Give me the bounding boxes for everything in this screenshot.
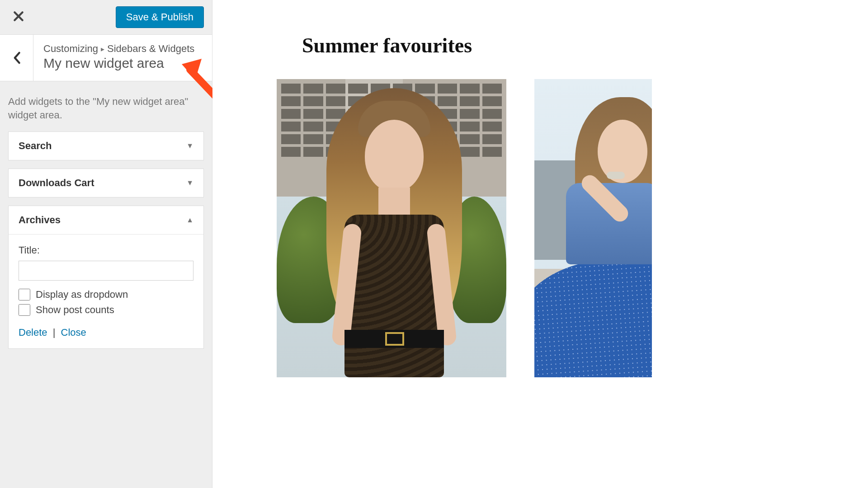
sidebar-top-bar: Save & Publish [0, 0, 212, 35]
gallery-image-1 [277, 79, 506, 377]
widget-list: Search ▼ Downloads Cart ▼ Archives ▲ Tit… [0, 131, 212, 357]
widget-actions: Delete | Close [19, 327, 193, 338]
close-customizer-button[interactable] [8, 7, 29, 28]
widget-search: Search ▼ [8, 131, 204, 160]
close-widget-link[interactable]: Close [61, 327, 86, 338]
display-as-dropdown-checkbox[interactable] [19, 289, 30, 300]
chevron-left-icon [13, 52, 21, 64]
show-post-counts-row[interactable]: Show post counts [19, 304, 193, 316]
breadcrumb-root: Customizing [43, 43, 98, 55]
widget-archives: Archives ▲ Title: Display as dropdown Sh… [8, 206, 204, 349]
widget-label: Downloads Cart [19, 177, 94, 189]
display-as-dropdown-row[interactable]: Display as dropdown [19, 289, 193, 300]
caret-down-icon: ▼ [186, 179, 193, 187]
gallery-image-2 [534, 79, 652, 377]
widget-head-archives[interactable]: Archives ▲ [9, 206, 203, 234]
widget-head-search[interactable]: Search ▼ [9, 132, 203, 160]
widget-label: Search [19, 140, 52, 152]
site-preview: Summer favourites [212, 0, 868, 488]
caret-down-icon: ▼ [186, 142, 193, 150]
widget-body-archives: Title: Display as dropdown Show post cou… [9, 234, 203, 348]
archives-title-input[interactable] [19, 261, 193, 281]
checkbox-label: Display as dropdown [36, 289, 128, 300]
close-icon [13, 10, 24, 22]
breadcrumb-section: Sidebars & Widgets [107, 43, 194, 55]
widget-head-downloads-cart[interactable]: Downloads Cart ▼ [9, 169, 203, 197]
section-header: Customizing ▸ Sidebars & Widgets My new … [0, 35, 212, 81]
title-field-label: Title: [19, 244, 193, 256]
breadcrumb: Customizing ▸ Sidebars & Widgets [43, 43, 194, 55]
widget-label: Archives [19, 214, 61, 226]
preview-heading: Summer favourites [302, 33, 868, 57]
save-publish-button[interactable]: Save & Publish [116, 6, 204, 28]
section-description: Add widgets to the "My new widget area" … [0, 81, 212, 131]
customizer-sidebar: Save & Publish Customizing ▸ Sidebars & … [0, 0, 212, 488]
show-post-counts-checkbox[interactable] [19, 304, 30, 316]
header-titles: Customizing ▸ Sidebars & Widgets My new … [33, 35, 204, 81]
preview-gallery [277, 79, 868, 377]
checkbox-label: Show post counts [36, 304, 114, 316]
separator: | [53, 327, 56, 338]
section-title: My new widget area [43, 56, 194, 71]
widget-downloads-cart: Downloads Cart ▼ [8, 169, 204, 197]
caret-up-icon: ▲ [186, 216, 193, 224]
chevron-right-icon: ▸ [101, 45, 104, 53]
back-button[interactable] [0, 35, 33, 81]
delete-widget-link[interactable]: Delete [19, 327, 47, 338]
